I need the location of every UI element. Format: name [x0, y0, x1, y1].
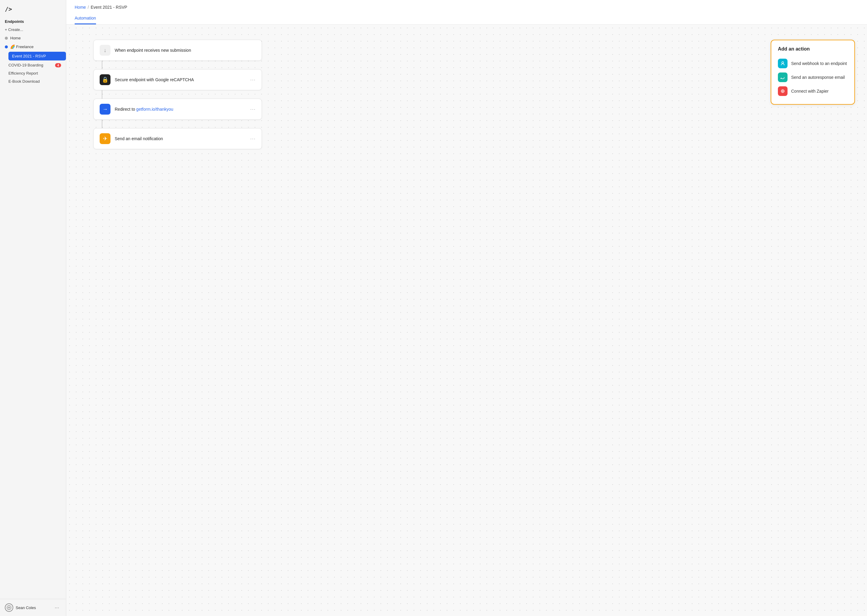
redirect-icon: → — [100, 104, 110, 115]
breadcrumb-home[interactable]: Home — [75, 5, 86, 9]
user-info: Sean Coles — [5, 603, 36, 612]
connector — [102, 90, 102, 99]
zapier-label: Connect with Zapier — [791, 89, 829, 94]
zapier-icon — [778, 86, 788, 96]
create-button[interactable]: + Create... — [0, 25, 66, 34]
redirect-link[interactable]: getform.io/thankyou — [136, 107, 173, 112]
action-item-zapier[interactable]: Connect with Zapier — [778, 84, 848, 98]
dot-icon — [5, 46, 8, 49]
trigger-label: When endpoint receives new submission — [115, 48, 255, 53]
app-logo: /> — [0, 0, 66, 16]
sub-items: Event 2021 - RSVP COVID-19 Boarding 4 Ef… — [0, 51, 66, 85]
breadcrumb: Home / Event 2021 - RSVP — [75, 5, 859, 9]
autoresponse-icon — [778, 72, 788, 82]
connector — [102, 120, 102, 128]
sidebar-item-freelance[interactable]: 🌈 Freelance — [0, 42, 66, 51]
flow-card-email-notification: ✈ Send an email notification ··· — [93, 128, 262, 149]
flow-container: ↓ When endpoint receives new submission … — [93, 40, 268, 149]
sidebar-sub-item-label: Event 2021 - RSVP — [12, 54, 46, 58]
trigger-icon: ↓ — [100, 45, 110, 56]
flow-card-trigger: ↓ When endpoint receives new submission — [93, 40, 262, 61]
main-content: Home / Event 2021 - RSVP Automation ↓ Wh… — [66, 0, 867, 616]
email-notification-more-button[interactable]: ··· — [250, 136, 255, 142]
user-name: Sean Coles — [16, 605, 36, 610]
sidebar-footer: Sean Coles ··· — [0, 599, 66, 616]
action-item-webhook[interactable]: Send webhook to an endpoint — [778, 57, 848, 71]
sidebar: /> Endpoints + Create... Home 🌈 Freelanc… — [0, 0, 66, 616]
recaptcha-label: Secure endpoint with Google reCAPTCHA — [115, 77, 246, 82]
badge: 4 — [55, 63, 61, 68]
tab-automation[interactable]: Automation — [75, 13, 96, 24]
recaptcha-more-button[interactable]: ··· — [250, 77, 255, 83]
sidebar-item-event-2021-rsvp[interactable]: Event 2021 - RSVP — [8, 52, 66, 60]
logo-icon: /> — [5, 5, 12, 13]
email-notification-label: Send an email notification — [115, 136, 246, 141]
webhook-label: Send webhook to an endpoint — [791, 61, 847, 66]
sidebar-item-home[interactable]: Home — [0, 34, 66, 42]
svg-point-3 — [782, 62, 783, 63]
canvas: ↓ When endpoint receives new submission … — [66, 25, 867, 616]
sidebar-section-title: Endpoints — [0, 16, 66, 25]
action-item-autoresponse[interactable]: Send an autoresponse email — [778, 71, 848, 84]
sidebar-item-covid-19-boarding[interactable]: COVID-19 Boarding 4 — [8, 61, 66, 69]
breadcrumb-separator: / — [88, 5, 89, 9]
avatar — [5, 603, 13, 612]
sidebar-item-ebook-download[interactable]: E-Book Download — [8, 77, 66, 85]
redirect-more-button[interactable]: ··· — [250, 106, 255, 113]
sidebar-item-efficiency-report[interactable]: Efficiency Report — [8, 69, 66, 77]
webhook-icon — [778, 59, 788, 68]
recaptcha-icon: 🔒 — [100, 74, 110, 85]
tabs: Automation — [75, 13, 859, 24]
add-action-panel: Add an action Send webhook to an endpoin… — [771, 40, 855, 105]
more-button[interactable]: ··· — [53, 603, 61, 612]
dot-icon — [5, 37, 8, 40]
flow-card-redirect: → Redirect to getform.io/thankyou ··· — [93, 99, 262, 120]
redirect-label: Redirect to getform.io/thankyou — [115, 107, 246, 112]
add-action-title: Add an action — [778, 46, 848, 52]
sidebar-item-label: Home — [10, 36, 21, 40]
connector — [102, 61, 102, 69]
sidebar-sub-item-label: Efficiency Report — [8, 71, 38, 75]
autoresponse-label: Send an autoresponse email — [791, 75, 845, 80]
topbar: Home / Event 2021 - RSVP Automation — [66, 0, 867, 25]
sidebar-sub-item-label: E-Book Download — [8, 79, 40, 83]
flow-card-recaptcha: 🔒 Secure endpoint with Google reCAPTCHA … — [93, 69, 262, 90]
sidebar-sub-item-label: COVID-19 Boarding — [8, 63, 43, 68]
breadcrumb-current: Event 2021 - RSVP — [91, 5, 127, 9]
email-notification-icon: ✈ — [100, 133, 110, 144]
sidebar-item-label: 🌈 Freelance — [10, 44, 33, 49]
